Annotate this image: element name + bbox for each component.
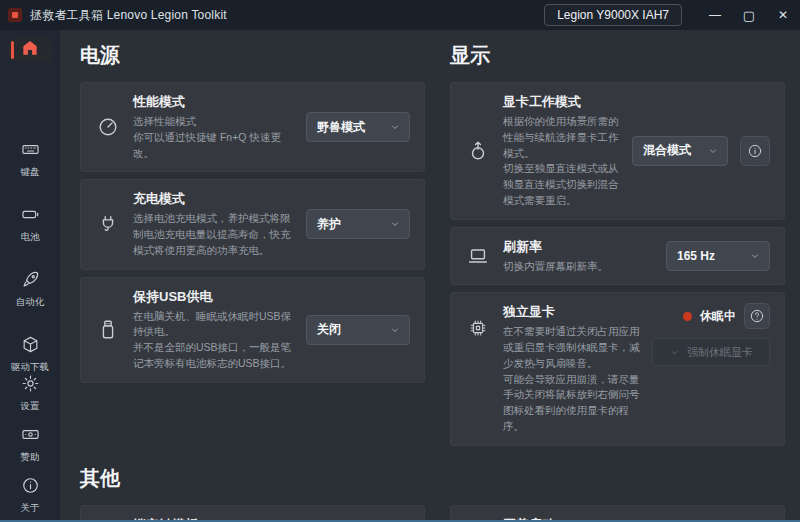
sidebar-item-label: 键盘: [21, 166, 40, 179]
card-description: 切换内置屏幕刷新率。: [503, 259, 654, 275]
keyboard-icon: [21, 140, 40, 163]
dropdown-value: 野兽模式: [317, 119, 365, 136]
sidebar-nav: 键盘 电池 自动化 驱: [11, 140, 49, 374]
dropdown-value: 养护: [317, 216, 341, 233]
sidebar-item-sponsor[interactable]: 赞助: [21, 425, 40, 464]
card-performance-mode: 性能模式 选择性能模式 你可以通过快捷键 Fn+Q 快速更改。 野兽模式: [80, 82, 425, 172]
card-title: 开盖启动: [503, 516, 718, 521]
dropdown-value: 关闭: [317, 321, 341, 338]
minimize-button[interactable]: —: [698, 0, 732, 30]
maximize-button[interactable]: ▢: [732, 0, 766, 30]
sidebar-item-label: 电池: [21, 231, 40, 244]
app-title: 拯救者工具箱 Lenovo Legion Toolkit: [30, 7, 227, 24]
force-gpu-sleep-button[interactable]: 强制休眠显卡: [652, 338, 770, 366]
rocket-icon: [21, 270, 40, 293]
card-description: 根据你的使用场景所需的性能与续航选择显卡工作模式。 切换至独显直连模式或从独显直…: [503, 114, 620, 209]
sidebar-item-battery[interactable]: 电池: [21, 205, 40, 244]
card-charge-mode: 充电模式 选择电池充电模式，养护模式将限制电池充电电量以提高寿命，快充模式将使用…: [80, 179, 425, 269]
banknote-icon: [21, 425, 40, 448]
chevron-down-icon: [389, 324, 401, 336]
active-indicator: [11, 41, 14, 59]
section-power: 电源 性能模式 选择性能模式 你可以通过快捷键 Fn+Q 快速更改。 野兽模式: [80, 30, 425, 453]
dropdown-value: 165 Hz: [677, 249, 715, 263]
gpu-mode-dropdown[interactable]: 混合模式: [632, 136, 728, 166]
dgpu-status-dot: [683, 312, 692, 321]
close-button[interactable]: ✕: [766, 0, 800, 30]
card-description: 在电脑关机、睡眠或休眠时USB保持供电。 并不是全部的USB接口，一般是笔记本旁…: [133, 309, 294, 372]
sidebar-item-downloads[interactable]: 驱动下载: [11, 335, 49, 374]
package-icon: [21, 335, 40, 358]
main-content: 电源 性能模式 选择性能模式 你可以通过快捷键 Fn+Q 快速更改。 野兽模式: [60, 30, 800, 520]
laptop-icon: [465, 245, 491, 267]
refresh-rate-dropdown[interactable]: 165 Hz: [666, 241, 770, 271]
card-title: 独立显卡: [503, 303, 640, 321]
card-description: 选择性能模式 你可以通过快捷键 Fn+Q 快速更改。: [133, 114, 294, 161]
sidebar-item-label: 赞助: [21, 451, 40, 464]
card-lid-open-boot: 开盖启动 打开盖子时将会自动开启笔记本。: [450, 505, 785, 521]
card-title: 刷新率: [503, 238, 654, 256]
section-heading-display: 显示: [450, 42, 785, 69]
app-logo-icon: [8, 8, 22, 22]
card-description: 选择电池充电模式，养护模式将限制电池充电电量以提高寿命，快充模式将使用更高的功率…: [133, 211, 294, 258]
gear-icon: [21, 374, 40, 397]
info-circle-icon: [21, 476, 40, 499]
card-title: 保持USB供电: [133, 288, 294, 306]
button-label: 强制休眠显卡: [687, 345, 753, 360]
sidebar-item-about[interactable]: 关于: [21, 476, 40, 515]
card-title: 锁定触摸板: [133, 516, 358, 521]
sidebar-item-label: 自动化: [16, 296, 45, 309]
card-gpu-working-mode: 显卡工作模式 根据你的使用场景所需的性能与续航选择显卡工作模式。 切换至独显直连…: [450, 82, 785, 220]
card-title: 性能模式: [133, 93, 294, 111]
home-icon: [20, 38, 40, 62]
device-selector[interactable]: Legion Y9000X IAH7: [544, 4, 682, 26]
chip-icon: [465, 317, 491, 339]
section-heading-other: 其他: [80, 465, 785, 492]
dgpu-help-button[interactable]: [744, 303, 770, 329]
chevron-down-icon: [707, 145, 719, 157]
section-other: 其他 锁定触摸板 停用触摸板。推荐在使用鼠标时开启以避免误触。: [80, 465, 785, 521]
card-title: 显卡工作模式: [503, 93, 620, 111]
section-heading-power: 电源: [80, 42, 425, 69]
dropdown-value: 混合模式: [643, 142, 691, 159]
question-circle-icon: [749, 308, 765, 324]
sidebar-bottom: 设置 赞助 关于: [21, 374, 40, 520]
card-usb-power: 保持USB供电 在电脑关机、睡眠或休眠时USB保持供电。 并不是全部的USB接口…: [80, 277, 425, 383]
sidebar-item-label: 驱动下载: [11, 361, 49, 374]
sidebar-item-settings[interactable]: 设置: [21, 374, 40, 413]
plug-icon: [95, 213, 121, 235]
sidebar-item-label: 关于: [21, 502, 40, 515]
card-lock-touchpad: 锁定触摸板 停用触摸板。推荐在使用鼠标时开启以避免误触。: [80, 505, 425, 521]
app-window: 拯救者工具箱 Lenovo Legion Toolkit Legion Y900…: [0, 0, 800, 522]
card-description: 在不需要时通过关闭占用应用或重启显卡强制休眠显卡，减少发热与风扇噪音。 可能会导…: [503, 324, 640, 434]
info-circle-icon: [747, 143, 763, 159]
chevron-down-icon: [389, 121, 401, 133]
gauge-icon: [95, 116, 121, 138]
card-refresh-rate: 刷新率 切换内置屏幕刷新率。 165 Hz: [450, 227, 785, 286]
dgpu-status-text: 休眠中: [700, 308, 736, 325]
gpu-mode-info-button[interactable]: [740, 136, 770, 166]
sidebar-item-keyboard[interactable]: 键盘: [21, 140, 40, 179]
sidebar-item-home[interactable]: [8, 38, 52, 62]
performance-mode-dropdown[interactable]: 野兽模式: [306, 112, 410, 142]
usb-icon: [95, 319, 121, 341]
card-title: 充电模式: [133, 190, 294, 208]
gpu-mode-icon: [465, 140, 491, 162]
sidebar: 键盘 电池 自动化 驱: [0, 30, 60, 520]
chevron-down-icon: [389, 218, 401, 230]
chevron-down-icon: [669, 347, 680, 358]
sidebar-item-label: 设置: [21, 400, 40, 413]
titlebar: 拯救者工具箱 Lenovo Legion Toolkit Legion Y900…: [0, 0, 800, 30]
other-right-column: 开盖启动 打开盖子时将会自动开启笔记本。 OverDrive 开启: [450, 505, 785, 521]
usb-power-dropdown[interactable]: 关闭: [306, 315, 410, 345]
other-left-column: 锁定触摸板 停用触摸板。推荐在使用鼠标时开启以避免误触。 锁定Fn键: [80, 505, 425, 521]
chevron-down-icon: [749, 250, 761, 262]
section-display: 显示 显卡工作模式 根据你的使用场景所需的性能与续航选择显卡工作模式。 切换至独…: [450, 30, 785, 453]
battery-icon: [21, 205, 40, 228]
card-discrete-gpu: 独立显卡 在不需要时通过关闭占用应用或重启显卡强制休眠显卡，减少发热与风扇噪音。…: [450, 292, 785, 445]
charge-mode-dropdown[interactable]: 养护: [306, 209, 410, 239]
sidebar-item-automation[interactable]: 自动化: [16, 270, 45, 309]
